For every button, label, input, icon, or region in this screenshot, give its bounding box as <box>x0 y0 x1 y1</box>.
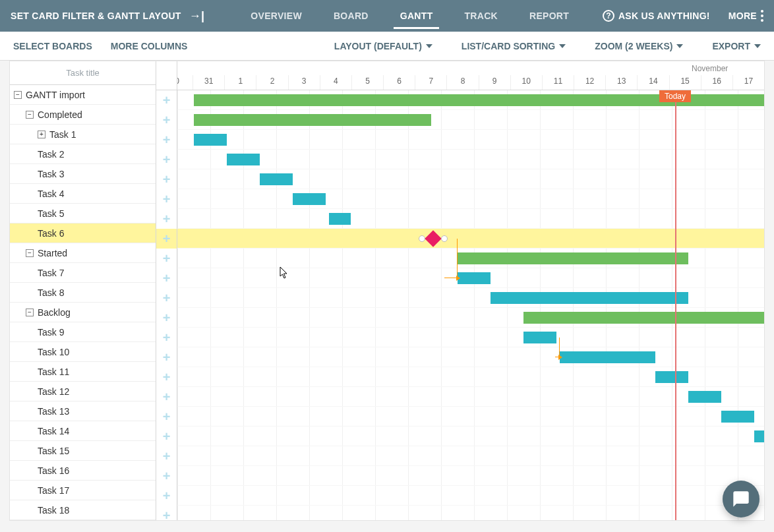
collapse-icon[interactable]: − <box>26 111 34 119</box>
gantt-bar[interactable] <box>194 134 227 146</box>
filter-layout-button[interactable]: SET CARD FILTER & GANTT LAYOUT →| <box>11 9 204 23</box>
gantt-bar[interactable] <box>293 193 326 205</box>
expand-icon[interactable]: + <box>38 131 45 138</box>
add-task-icon[interactable]: + <box>163 429 171 444</box>
gantt-bar[interactable] <box>721 411 754 423</box>
zoom-dropdown[interactable]: ZOOM (2 WEEKS) <box>595 41 683 51</box>
task-row[interactable]: Task 11 <box>10 362 156 382</box>
layout-dropdown[interactable]: LAYOUT (DEFAULT) <box>334 41 432 51</box>
task-row[interactable]: Task 4 <box>10 184 156 204</box>
gantt-bar[interactable] <box>523 312 764 324</box>
task-row[interactable]: Task 5 <box>10 204 156 223</box>
add-task-icon[interactable]: + <box>163 133 171 148</box>
add-task-icon[interactable]: + <box>163 449 171 464</box>
collapse-icon[interactable]: − <box>26 309 34 316</box>
task-row[interactable]: −Started <box>10 243 156 263</box>
task-label: Task 1 <box>49 129 76 140</box>
task-row[interactable]: Task 6 <box>10 223 156 243</box>
arrow-right-bar-icon: →| <box>189 9 205 23</box>
add-task-icon[interactable]: + <box>163 192 171 207</box>
task-row[interactable]: Task 8 <box>10 283 156 303</box>
add-task-icon[interactable]: + <box>163 93 171 108</box>
sorting-dropdown[interactable]: LIST/CARD SORTING <box>461 41 566 51</box>
collapse-icon[interactable]: − <box>14 91 22 99</box>
add-task-icon[interactable]: + <box>163 310 171 326</box>
gantt-bar[interactable] <box>688 391 721 403</box>
add-task-icon[interactable]: + <box>163 113 171 128</box>
task-row[interactable]: −Backlog <box>10 303 156 322</box>
task-row[interactable]: Task 10 <box>10 342 156 362</box>
add-task-icon[interactable]: + <box>163 508 171 523</box>
task-row[interactable]: Task 9 <box>10 322 156 342</box>
tab-gantt[interactable]: GANTT <box>400 3 433 29</box>
gantt-bar[interactable] <box>194 114 431 126</box>
task-row[interactable]: Task 3 <box>10 164 156 184</box>
add-task-icon[interactable]: + <box>163 291 171 306</box>
day-header: 16 <box>701 75 732 90</box>
day-header: 5 <box>351 75 383 90</box>
zoom-label: ZOOM (2 WEEKS) <box>595 41 672 51</box>
chat-button[interactable] <box>723 481 759 517</box>
task-label: Task 8 <box>38 287 64 298</box>
task-row[interactable]: Task 16 <box>10 461 156 481</box>
more-columns-button[interactable]: MORE COLUMNS <box>111 41 188 51</box>
add-task-icon[interactable]: + <box>163 370 171 385</box>
task-row[interactable]: Task 13 <box>10 401 156 421</box>
task-label: Task 14 <box>38 426 69 436</box>
day-header: 15 <box>669 75 701 90</box>
export-dropdown[interactable]: EXPORT <box>712 41 761 51</box>
task-row[interactable]: Task 15 <box>10 441 156 461</box>
select-boards-button[interactable]: SELECT BOARDS <box>13 41 92 51</box>
add-task-icon[interactable]: + <box>163 469 171 484</box>
day-header: 31 <box>193 75 224 90</box>
gantt-bar[interactable] <box>458 252 688 264</box>
tab-board[interactable]: BOARD <box>334 3 369 29</box>
task-row[interactable]: Task 17 <box>10 481 156 500</box>
gantt-bar[interactable] <box>260 173 293 185</box>
chevron-down-icon <box>559 44 566 48</box>
add-task-icon[interactable]: + <box>163 409 171 425</box>
today-line <box>675 90 676 520</box>
tab-report[interactable]: REPORT <box>529 3 569 29</box>
collapse-icon[interactable]: − <box>26 249 34 257</box>
task-row[interactable]: Task 2 <box>10 144 156 164</box>
task-row[interactable]: −GANTT import <box>10 85 156 105</box>
timeline-header: November 0311234567891011121314151617 <box>177 61 764 90</box>
gantt-bar[interactable] <box>655 371 688 383</box>
gantt-bar[interactable] <box>227 154 260 165</box>
gantt-bar[interactable] <box>523 332 556 343</box>
add-task-icon[interactable]: + <box>163 271 171 286</box>
add-task-icon[interactable]: + <box>163 330 171 345</box>
today-label: Today <box>659 90 691 102</box>
add-task-icon[interactable]: + <box>163 350 171 365</box>
day-header: 12 <box>574 75 605 90</box>
add-task-icon[interactable]: + <box>163 212 171 227</box>
task-row[interactable]: +Task 1 <box>10 125 156 144</box>
task-row[interactable]: Task 18 <box>10 500 156 520</box>
gantt-chart[interactable]: November 0311234567891011121314151617 To… <box>177 61 764 520</box>
task-row[interactable]: Task 12 <box>10 382 156 401</box>
add-task-icon[interactable]: + <box>163 251 171 266</box>
add-task-icon[interactable]: + <box>163 152 171 167</box>
tab-overview[interactable]: OVERVIEW <box>251 3 302 29</box>
day-header: 14 <box>637 75 669 90</box>
more-button[interactable]: MORE <box>729 10 763 22</box>
gantt-bar[interactable] <box>329 213 351 225</box>
gantt-bar[interactable] <box>560 351 655 363</box>
add-task-icon[interactable]: + <box>163 231 171 247</box>
ask-us-anything-button[interactable]: ? ASK US ANYTHING! <box>603 10 710 22</box>
task-row[interactable]: −Completed <box>10 105 156 125</box>
tab-track[interactable]: TRACK <box>464 3 498 29</box>
gantt-bar[interactable] <box>754 430 764 442</box>
task-label: Task 15 <box>38 446 69 456</box>
gantt-bar[interactable] <box>491 292 688 304</box>
gantt-bar[interactable] <box>458 272 491 284</box>
add-task-icon[interactable]: + <box>163 488 171 504</box>
add-task-icon[interactable]: + <box>163 390 171 405</box>
add-task-icon[interactable]: + <box>163 172 171 187</box>
milestone[interactable] <box>425 230 441 247</box>
task-title-header: Task title <box>10 61 156 85</box>
task-row[interactable]: Task 14 <box>10 421 156 441</box>
task-label: Started <box>38 248 67 258</box>
task-row[interactable]: Task 7 <box>10 263 156 283</box>
